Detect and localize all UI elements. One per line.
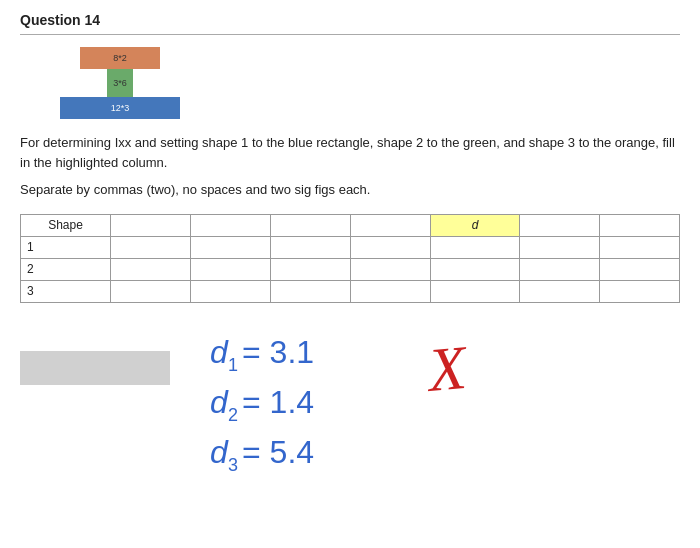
row2-c7 — [520, 258, 600, 280]
table-header-row: Shape d — [21, 214, 680, 236]
row2-c8 — [600, 258, 680, 280]
instruction-line2: Separate by commas (two), no spaces and … — [20, 180, 680, 200]
shape-diagram: 8*2 3*6 12*3 — [20, 47, 220, 119]
row3-c8 — [600, 280, 680, 302]
math-svg: d 1 = 3.1 d 2 = 1.4 d 3 = 5.4 X — [200, 321, 540, 481]
svg-text:3: 3 — [228, 455, 238, 475]
page: Question 14 8*2 3*6 12*3 For determining… — [0, 0, 700, 493]
col-header-2 — [111, 214, 191, 236]
row3-c2 — [111, 280, 191, 302]
svg-text:= 3.1: = 3.1 — [242, 334, 314, 370]
row2-c3 — [191, 258, 271, 280]
shape-bot-label: 12*3 — [111, 103, 130, 113]
table-row: 1 — [21, 236, 680, 258]
data-table: Shape d 1 2 — [20, 214, 680, 303]
shape-mid: 3*6 — [107, 69, 133, 97]
instruction-line1: For determining Ixx and setting shape 1 … — [20, 133, 680, 172]
svg-text:= 5.4: = 5.4 — [242, 434, 314, 470]
row3-c4 — [271, 280, 351, 302]
row1-d — [431, 236, 520, 258]
row3-c3 — [191, 280, 271, 302]
table-row: 2 — [21, 258, 680, 280]
bottom-section: d 1 = 3.1 d 2 = 1.4 d 3 = 5.4 X — [20, 321, 680, 481]
svg-text:d: d — [210, 334, 229, 370]
row2-d — [431, 258, 520, 280]
svg-text:d: d — [210, 434, 229, 470]
row1-c3 — [191, 236, 271, 258]
svg-text:X: X — [422, 332, 471, 403]
question-title: Question 14 — [20, 12, 680, 35]
row1-c2 — [111, 236, 191, 258]
col-header-4 — [271, 214, 351, 236]
col-header-3 — [191, 214, 271, 236]
shape-mid-label: 3*6 — [113, 78, 127, 88]
row3-shape: 3 — [21, 280, 111, 302]
col-header-7 — [520, 214, 600, 236]
shape-bot: 12*3 — [60, 97, 180, 119]
row2-shape: 2 — [21, 258, 111, 280]
shape-top-label: 8*2 — [113, 53, 127, 63]
row1-c4 — [271, 236, 351, 258]
row3-c5 — [351, 280, 431, 302]
answer-input-box[interactable] — [20, 351, 170, 385]
svg-text:2: 2 — [228, 405, 238, 425]
row1-c8 — [600, 236, 680, 258]
svg-text:1: 1 — [228, 355, 238, 375]
row1-c5 — [351, 236, 431, 258]
col-header-shape: Shape — [21, 214, 111, 236]
col-header-d: d — [431, 214, 520, 236]
row2-c2 — [111, 258, 191, 280]
table-row: 3 — [21, 280, 680, 302]
svg-text:= 1.4: = 1.4 — [242, 384, 314, 420]
col-header-5 — [351, 214, 431, 236]
handwritten-math: d 1 = 3.1 d 2 = 1.4 d 3 = 5.4 X — [200, 321, 550, 481]
question-title-text: Question 14 — [20, 12, 100, 28]
svg-text:d: d — [210, 384, 229, 420]
row3-c7 — [520, 280, 600, 302]
row1-c7 — [520, 236, 600, 258]
col-header-8 — [600, 214, 680, 236]
row3-d — [431, 280, 520, 302]
row2-c4 — [271, 258, 351, 280]
shape-top: 8*2 — [80, 47, 160, 69]
row2-c5 — [351, 258, 431, 280]
row1-shape: 1 — [21, 236, 111, 258]
